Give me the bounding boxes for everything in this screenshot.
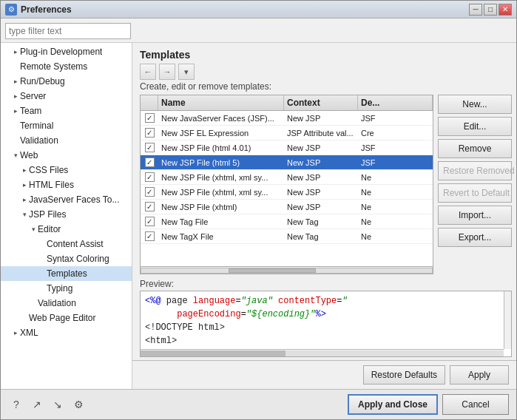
sidebar-item-validation[interactable]: Validation [1, 133, 132, 148]
import-prefs-icon[interactable]: ↘ [50, 396, 66, 413]
row-context: New JSP [284, 113, 358, 123]
col-check [141, 95, 158, 110]
arrow-icon [20, 180, 29, 189]
row-checkbox[interactable] [145, 113, 155, 123]
row-desc: JSF [358, 113, 433, 123]
row-checkbox[interactable] [145, 217, 155, 226]
dialog-bottom: ? ↗ ↘ ⚙ Apply and Close Cancel [1, 389, 516, 419]
row-name: New TagX File [158, 231, 284, 242]
sidebar-item-web-page-editor[interactable]: Web Page Editor [1, 311, 132, 325]
sidebar-item-team[interactable]: Team [1, 104, 132, 118]
restore-defaults-button[interactable]: Restore Defaults [363, 365, 445, 385]
horizontal-scrollbar[interactable] [141, 266, 433, 274]
edit-button[interactable]: Edit... [438, 117, 512, 136]
row-desc: Ne [358, 187, 433, 197]
horizontal-scrollbar-preview[interactable] [141, 349, 504, 356]
row-checkbox[interactable] [145, 231, 155, 241]
sidebar-item-web[interactable]: Web [1, 148, 132, 163]
maximize-button[interactable]: □ [484, 4, 497, 16]
sidebar-item-typing[interactable]: Typing [1, 281, 132, 296]
row-context: New JSP [284, 143, 358, 153]
vertical-scrollbar[interactable] [504, 291, 511, 349]
row-checkbox[interactable] [145, 172, 155, 182]
sidebar-item-remote-systems[interactable]: Remote Systems [1, 59, 132, 74]
minimize-button[interactable]: ─ [469, 4, 482, 16]
close-button[interactable]: ✕ [499, 4, 512, 16]
sidebar-item-label: Team [20, 106, 41, 116]
export-prefs-icon[interactable]: ↗ [29, 396, 45, 413]
arrow-icon [11, 151, 20, 160]
panel-description: Create, edit or remove templates: [132, 81, 516, 95]
row-desc: Ne [358, 231, 433, 242]
row-checkbox[interactable] [145, 202, 155, 211]
row-context: New JSP [284, 172, 358, 183]
scrollbar-track [141, 350, 504, 356]
table-row[interactable]: New JSP File (xhtml, xml sy... New JSP N… [141, 185, 433, 200]
back-button[interactable]: ← [140, 64, 156, 80]
arrow-icon [20, 210, 29, 219]
row-checkbox[interactable] [145, 143, 155, 152]
scrollbar-thumb [229, 268, 316, 273]
sidebar-item-css-files[interactable]: CSS Files [1, 163, 132, 177]
table-row[interactable]: New JSP File (xhtml, xml sy... New JSP N… [141, 170, 433, 185]
table-row[interactable]: New JSF EL Expression JSP Attribute val.… [141, 126, 433, 140]
sidebar-item-label: Typing [47, 283, 72, 294]
row-desc: Cre [358, 128, 433, 138]
sidebar-item-jsp-files[interactable]: JSP Files [1, 207, 132, 222]
table-row[interactable]: New JavaServer Faces (JSF)... New JSP JS… [141, 111, 433, 126]
row-desc: JSF [358, 143, 433, 153]
table-row[interactable]: New JSP File (xhtml) New JSP Ne [141, 200, 433, 214]
sidebar-item-syntax-coloring[interactable]: Syntax Coloring [1, 251, 132, 266]
sidebar-item-label: Templates [47, 268, 87, 279]
panel-title: Templates [132, 43, 516, 64]
sidebar-item-html-files[interactable]: HTML Files [1, 177, 132, 192]
table-row[interactable]: New JSP File (html 4.01) New JSP JSF [141, 140, 433, 155]
table-row[interactable]: New TagX File New Tag Ne [141, 229, 433, 244]
col-desc: De... [358, 95, 433, 110]
sidebar-item-label: Validation [38, 298, 76, 308]
table-row[interactable]: New Tag File New Tag Ne [141, 214, 433, 229]
arrow-icon [11, 92, 20, 101]
sidebar-item-label: Web [20, 150, 38, 160]
preferences-window: ⚙ Preferences ─ □ ✕ Plug-in Development … [0, 0, 517, 420]
row-checkbox[interactable] [145, 158, 155, 167]
sidebar-item-xml[interactable]: XML [1, 325, 132, 340]
window-title: Preferences [21, 4, 469, 15]
row-name: New JSP File (xhtml, xml sy... [158, 172, 284, 183]
settings-icon[interactable]: ⚙ [70, 396, 87, 413]
search-input[interactable] [5, 23, 131, 39]
sidebar-item-run-debug[interactable]: Run/Debug [1, 74, 132, 89]
cancel-button[interactable]: Cancel [442, 394, 509, 415]
import-button[interactable]: Import... [438, 206, 512, 225]
dropdown-button[interactable]: ▾ [178, 64, 195, 80]
table-body: New JavaServer Faces (JSF)... New JSP JS… [141, 111, 433, 266]
apply-and-close-button[interactable]: Apply and Close [348, 394, 438, 415]
arrow-icon [20, 166, 29, 175]
sidebar-item-validation2[interactable]: Validation [1, 296, 132, 311]
row-context: New Tag [284, 231, 358, 242]
help-icon[interactable]: ? [8, 396, 24, 413]
table-row[interactable]: New JSP File (html 5) New JSP JSF [141, 155, 433, 170]
sidebar-item-terminal[interactable]: Terminal [1, 118, 132, 133]
remove-button[interactable]: Remove [438, 139, 512, 158]
sidebar-item-plugin-dev[interactable]: Plug-in Development [1, 44, 132, 59]
row-checkbox[interactable] [145, 187, 155, 197]
export-button[interactable]: Export... [438, 228, 512, 247]
new-button[interactable]: New... [438, 95, 512, 114]
sidebar-item-editor[interactable]: Editor [1, 222, 132, 237]
sidebar-item-content-assist[interactable]: Content Assist [1, 237, 132, 251]
restore-removed-button[interactable]: Restore Removed [438, 161, 512, 180]
sidebar-item-label: Validation [20, 135, 58, 146]
preview-content: <%@ page language="java" contentType=" p… [141, 291, 511, 350]
sidebar-item-label: CSS Files [29, 165, 68, 175]
sidebar-item-templates[interactable]: Templates [1, 266, 132, 281]
forward-button[interactable]: → [159, 64, 175, 80]
row-checkbox[interactable] [145, 128, 155, 138]
row-desc: JSF [358, 158, 433, 168]
revert-to-default-button[interactable]: Revert to Default [438, 183, 512, 203]
main-content: Plug-in Development Remote Systems Run/D… [1, 18, 516, 389]
apply-button[interactable]: Apply [450, 365, 509, 385]
sidebar: Plug-in Development Remote Systems Run/D… [1, 43, 132, 389]
sidebar-item-jsf[interactable]: JavaServer Faces To... [1, 192, 132, 207]
sidebar-item-server[interactable]: Server [1, 89, 132, 104]
